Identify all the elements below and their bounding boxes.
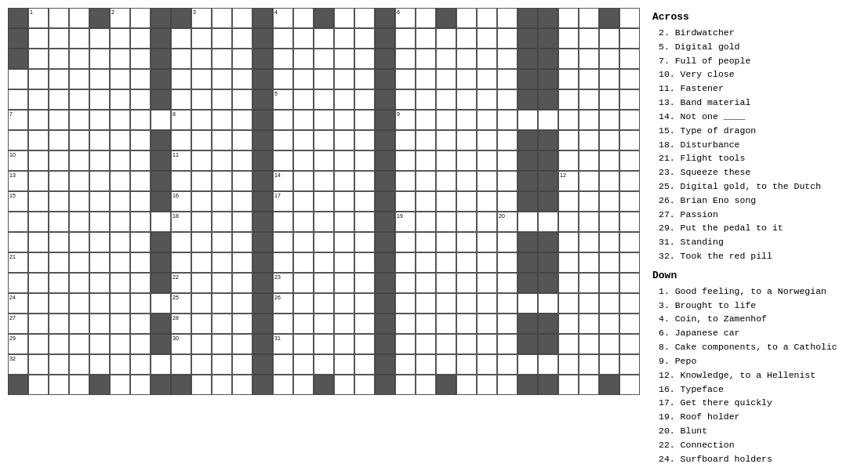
grid-cell[interactable] [110, 354, 130, 375]
grid-cell[interactable] [69, 314, 89, 334]
grid-cell[interactable] [599, 150, 619, 171]
grid-cell[interactable] [293, 252, 314, 273]
grid-cell[interactable] [273, 314, 293, 334]
grid-cell[interactable] [212, 354, 232, 375]
grid-cell[interactable] [28, 314, 49, 334]
grid-cell[interactable] [212, 49, 232, 69]
grid-cell[interactable]: 27 [8, 314, 28, 334]
grid-cell[interactable] [314, 130, 334, 150]
grid-cell[interactable] [151, 212, 171, 232]
grid-cell[interactable] [619, 232, 640, 252]
grid-cell[interactable] [110, 273, 130, 293]
grid-cell[interactable] [579, 8, 599, 28]
grid-cell[interactable] [232, 8, 252, 28]
grid-cell[interactable] [293, 28, 314, 49]
grid-cell[interactable] [538, 110, 558, 130]
grid-cell[interactable]: 32 [8, 354, 28, 375]
grid-cell[interactable] [395, 49, 416, 69]
grid-cell[interactable]: 1 [28, 8, 49, 28]
grid-cell[interactable] [619, 191, 640, 212]
grid-cell[interactable] [456, 314, 477, 334]
grid-cell[interactable] [579, 375, 599, 395]
grid-cell[interactable]: 9 [395, 110, 416, 130]
grid-cell[interactable] [49, 150, 69, 171]
grid-cell[interactable] [558, 69, 579, 89]
grid-cell[interactable] [49, 232, 69, 252]
grid-cell[interactable] [171, 89, 191, 110]
grid-cell[interactable] [49, 334, 69, 354]
grid-cell[interactable] [151, 354, 171, 375]
grid-cell[interactable] [89, 252, 110, 273]
grid-cell[interactable] [28, 171, 49, 191]
grid-cell[interactable] [212, 232, 232, 252]
grid-cell[interactable] [354, 171, 375, 191]
grid-cell[interactable] [69, 110, 89, 130]
grid-cell[interactable] [477, 354, 497, 375]
grid-cell[interactable] [599, 354, 619, 375]
grid-cell[interactable] [232, 212, 252, 232]
grid-cell[interactable] [69, 375, 89, 395]
grid-cell[interactable] [130, 354, 151, 375]
grid-cell[interactable] [619, 49, 640, 69]
grid-cell[interactable] [28, 354, 49, 375]
grid-cell[interactable] [354, 110, 375, 130]
grid-cell[interactable] [212, 69, 232, 89]
grid-cell[interactable] [599, 212, 619, 232]
grid-cell[interactable] [436, 232, 456, 252]
grid-cell[interactable]: 19 [395, 212, 416, 232]
grid-cell[interactable] [171, 69, 191, 89]
grid-cell[interactable] [49, 69, 69, 89]
grid-cell[interactable] [110, 150, 130, 171]
grid-cell[interactable] [69, 252, 89, 273]
grid-cell[interactable] [191, 314, 212, 334]
grid-cell[interactable]: 20 [497, 212, 518, 232]
grid-cell[interactable]: 31 [273, 334, 293, 354]
grid-cell[interactable] [191, 273, 212, 293]
grid-cell[interactable] [293, 89, 314, 110]
grid-cell[interactable] [212, 252, 232, 273]
grid-cell[interactable] [130, 89, 151, 110]
grid-cell[interactable] [293, 130, 314, 150]
grid-cell[interactable] [497, 232, 518, 252]
grid-cell[interactable]: 24 [8, 293, 28, 314]
grid-cell[interactable] [477, 375, 497, 395]
grid-cell[interactable] [191, 28, 212, 49]
grid-cell[interactable] [334, 273, 354, 293]
grid-cell[interactable] [89, 171, 110, 191]
grid-cell[interactable] [273, 130, 293, 150]
grid-cell[interactable] [497, 375, 518, 395]
grid-cell[interactable] [518, 212, 538, 232]
grid-cell[interactable] [599, 69, 619, 89]
grid-cell[interactable] [599, 273, 619, 293]
grid-cell[interactable] [110, 191, 130, 212]
grid-cell[interactable] [212, 130, 232, 150]
grid-cell[interactable] [130, 334, 151, 354]
grid-cell[interactable] [89, 150, 110, 171]
grid-cell[interactable] [619, 252, 640, 273]
grid-cell[interactable]: 29 [8, 334, 28, 354]
grid-cell[interactable] [130, 49, 151, 69]
grid-cell[interactable] [477, 150, 497, 171]
grid-cell[interactable] [69, 212, 89, 232]
grid-cell[interactable] [49, 293, 69, 314]
grid-cell[interactable] [130, 252, 151, 273]
grid-cell[interactable] [416, 252, 436, 273]
grid-cell[interactable] [110, 252, 130, 273]
grid-cell[interactable] [28, 293, 49, 314]
grid-cell[interactable] [110, 293, 130, 314]
grid-cell[interactable] [273, 354, 293, 375]
grid-cell[interactable] [456, 354, 477, 375]
grid-cell[interactable] [579, 212, 599, 232]
grid-cell[interactable] [416, 171, 436, 191]
grid-cell[interactable] [599, 130, 619, 150]
grid-cell[interactable] [232, 273, 252, 293]
grid-cell[interactable] [354, 293, 375, 314]
grid-cell[interactable] [334, 8, 354, 28]
grid-cell[interactable] [619, 130, 640, 150]
grid-cell[interactable] [497, 334, 518, 354]
grid-cell[interactable] [8, 130, 28, 150]
grid-cell[interactable] [538, 293, 558, 314]
grid-cell[interactable] [395, 69, 416, 89]
grid-cell[interactable] [314, 293, 334, 314]
grid-cell[interactable] [191, 252, 212, 273]
